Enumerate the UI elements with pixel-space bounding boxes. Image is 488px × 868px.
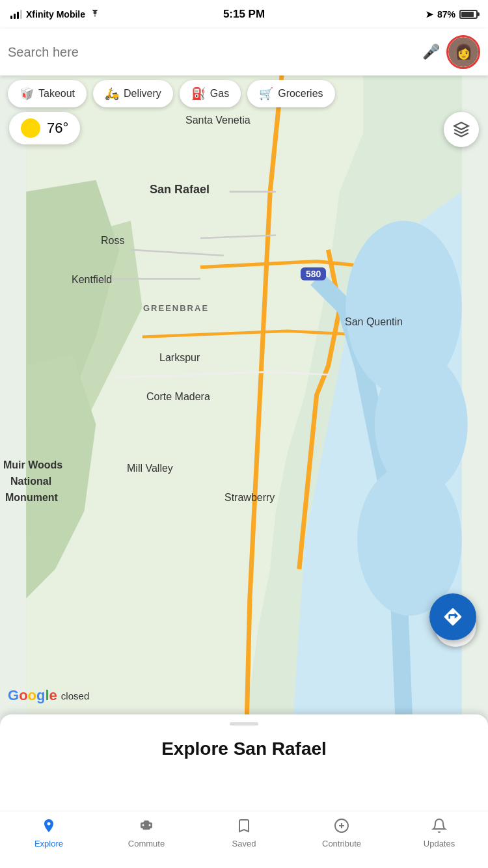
- highway-580-badge: 580: [301, 267, 326, 280]
- battery-indicator: [459, 10, 478, 19]
- chip-delivery-label: Delivery: [124, 88, 161, 100]
- nav-item-explore[interactable]: Explore: [0, 818, 98, 848]
- chip-takeout[interactable]: 🥡 Takeout: [8, 80, 87, 107]
- bottom-nav: Explore Commute Saved Contribute: [0, 811, 488, 868]
- weather-widget: 76°: [9, 112, 80, 144]
- search-input-wrap: 🎤: [8, 44, 440, 61]
- svg-point-3: [357, 465, 462, 616]
- status-left: Xfinity Mobile: [10, 9, 101, 20]
- mic-icon[interactable]: 🎤: [422, 44, 440, 61]
- saved-icon: [236, 818, 252, 836]
- gas-icon: ⛽: [191, 87, 206, 101]
- search-bar: 🎤 👩: [0, 29, 488, 75]
- nav-item-commute[interactable]: Commute: [98, 818, 195, 848]
- status-right: ➤ 87%: [426, 9, 478, 20]
- status-time: 5:15 PM: [223, 8, 265, 21]
- explore-icon: [41, 818, 57, 836]
- groceries-icon: 🛒: [259, 87, 273, 101]
- chip-gas-label: Gas: [210, 88, 229, 100]
- signal-bars: [10, 10, 22, 19]
- nav-label-updates: Updates: [424, 839, 455, 848]
- nav-label-commute: Commute: [128, 839, 165, 848]
- updates-icon: [431, 818, 447, 836]
- carrier-label: Xfinity Mobile: [26, 9, 85, 20]
- google-closed-label: closed: [61, 690, 89, 701]
- chip-takeout-label: Takeout: [38, 88, 75, 100]
- sheet-title: Explore San Rafael: [161, 739, 327, 759]
- nav-item-saved[interactable]: Saved: [195, 818, 293, 848]
- chip-delivery[interactable]: 🛵 Delivery: [93, 80, 173, 107]
- chip-groceries[interactable]: 🛒 Groceries: [247, 80, 334, 107]
- commute-icon: [139, 818, 154, 836]
- search-input[interactable]: [8, 45, 414, 60]
- nav-item-updates[interactable]: Updates: [390, 818, 488, 848]
- nav-label-contribute: Contribute: [322, 839, 361, 848]
- user-avatar[interactable]: 👩: [446, 35, 480, 69]
- google-logo: Google closed: [8, 687, 89, 704]
- bottom-sheet: Explore San Rafael: [0, 714, 488, 811]
- nav-item-contribute[interactable]: Contribute: [293, 818, 390, 848]
- directions-fab[interactable]: [429, 593, 476, 640]
- delivery-icon: 🛵: [105, 87, 119, 101]
- chip-gas[interactable]: ⛽ Gas: [180, 80, 241, 107]
- takeout-icon: 🥡: [20, 87, 34, 101]
- temperature: 76°: [47, 120, 68, 137]
- battery-percent: 87%: [437, 9, 455, 20]
- sheet-handle: [230, 722, 258, 726]
- directions-icon: [442, 606, 463, 627]
- nav-label-saved: Saved: [232, 839, 256, 848]
- location-arrow-icon: ➤: [426, 9, 433, 20]
- chips-bar: 🥡 Takeout 🛵 Delivery ⛽ Gas 🛒 Groceries: [0, 75, 488, 112]
- sun-icon: [21, 118, 40, 138]
- layers-button[interactable]: [444, 112, 479, 147]
- layers-icon: [453, 121, 470, 138]
- avatar-image: 👩: [448, 37, 478, 67]
- map-svg: [0, 75, 488, 714]
- status-bar: Xfinity Mobile 5:15 PM ➤ 87%: [0, 0, 488, 29]
- wifi-icon: [89, 10, 101, 19]
- chip-groceries-label: Groceries: [278, 88, 323, 100]
- map-area[interactable]: Santa Venetia San Rafael Ross Kentfield …: [0, 75, 488, 714]
- nav-label-explore: Explore: [34, 839, 63, 848]
- contribute-icon: [334, 818, 349, 836]
